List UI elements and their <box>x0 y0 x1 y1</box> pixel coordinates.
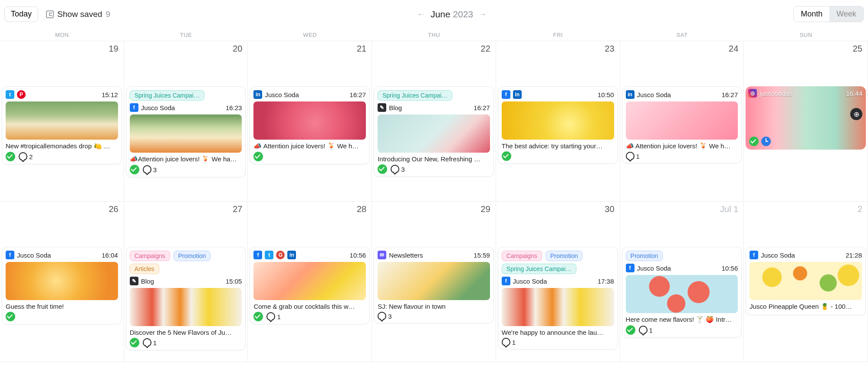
post-caption: 📣 Attention juice lovers! 🍹 We h… <box>253 142 366 150</box>
day-cell-26[interactable]: 26 f Jusco Soda 16:04 Guess the fruit ti… <box>0 202 124 362</box>
day-number: 19 <box>108 44 118 54</box>
next-month-button[interactable]: → <box>478 9 487 19</box>
post-thumbnail <box>502 288 614 326</box>
post-card[interactable]: Promotion f Jusco Soda 10:56 Here come n… <box>622 247 742 338</box>
day-cell-19[interactable]: 19 t P 15:12 New #tropicallemonades drop… <box>0 41 124 202</box>
day-cell-jul2[interactable]: 2 f Jusco Soda 21:28 Jusco Pineapple Que… <box>744 202 868 362</box>
comment-icon <box>378 312 386 320</box>
post-card[interactable]: f in 10:50 The best advice: try starting… <box>498 86 618 164</box>
approved-icon <box>6 152 15 161</box>
dow-sat: SAT <box>620 30 744 41</box>
day-number: 23 <box>605 44 614 54</box>
day-cell-30[interactable]: 30 Campaigns Promotion Spring Juices Cam… <box>496 202 620 362</box>
comment-count[interactable]: 1 <box>626 152 640 160</box>
post-card[interactable]: f t G in 10:56 Come & grab our cocktails… <box>250 247 370 324</box>
post-thumbnail <box>130 114 242 153</box>
day-cell-28[interactable]: 28 f t G in 10:56 Come & grab our cockta… <box>248 202 372 362</box>
approved-icon <box>253 152 263 161</box>
day-number: 26 <box>108 204 118 214</box>
approved-icon <box>749 137 759 146</box>
facebook-icon: f <box>750 251 758 259</box>
post-card[interactable]: Campaigns Promotion Articles ✎ Blog 15:0… <box>126 247 246 350</box>
comment-count[interactable]: 1 <box>502 338 516 346</box>
day-number: 29 <box>481 204 490 214</box>
post-time: 10:50 <box>598 91 614 98</box>
post-card[interactable]: f Jusco Soda 21:28 Jusco Pineapple Queen… <box>746 247 866 315</box>
comment-icon <box>502 338 510 346</box>
post-caption: Jusco Pineapple Queen 🍍 - 100… <box>750 303 862 310</box>
view-month-button[interactable]: Month <box>794 7 829 22</box>
promotion-tag[interactable]: Promotion <box>546 251 583 261</box>
campaign-tag[interactable]: Campaigns <box>502 251 542 261</box>
add-variant-icon[interactable]: ⊕ <box>850 108 862 120</box>
post-time: 16:44 <box>846 90 862 97</box>
comment-count[interactable]: 2 <box>19 152 33 161</box>
post-time: 16:27 <box>350 91 366 98</box>
post-card[interactable]: f Jusco Soda 16:04 Guess the fruit time! <box>2 247 122 324</box>
comment-icon <box>639 326 648 334</box>
post-card[interactable]: ✉ Newsletters 15:59 SJ: New flavour in t… <box>374 247 494 324</box>
facebook-icon: f <box>6 251 14 259</box>
post-card[interactable]: in Jusco Soda 16:27 📣 Attention juice lo… <box>622 86 742 163</box>
day-cell-25[interactable]: 25 ◎ juscosodas 16:44 ⊕ <box>744 41 868 202</box>
comment-count[interactable]: 3 <box>143 165 157 174</box>
day-cell-jul1[interactable]: Jul 1 Promotion f Jusco Soda 10:56 Here … <box>620 202 744 362</box>
blog-icon: ✎ <box>378 103 386 112</box>
comment-count[interactable]: 3 <box>378 312 391 320</box>
comment-icon <box>143 165 151 174</box>
post-card[interactable]: t P 15:12 New #tropicallemonades drop 🍋 … <box>2 86 122 164</box>
comment-icon <box>266 312 275 321</box>
post-thumbnail <box>378 262 490 300</box>
campaign-tag[interactable]: Spring Juices Campai… <box>378 90 452 101</box>
day-number: 24 <box>729 44 738 54</box>
post-card[interactable]: Spring Juices Campai… f Jusco Soda 16:23… <box>126 86 246 177</box>
articles-tag[interactable]: Articles <box>130 264 159 274</box>
post-card[interactable]: Spring Juices Campai… ✎ Blog 16:27 Intro… <box>374 86 494 177</box>
account-name: Jusco Soda <box>761 252 795 259</box>
today-button[interactable]: Today <box>4 7 38 22</box>
day-cell-21[interactable]: 21 in Jusco Soda 16:27 📣 Attention juice… <box>248 41 372 202</box>
day-cell-20[interactable]: 20 Spring Juices Campai… f Jusco Soda 16… <box>124 41 248 202</box>
comment-count[interactable]: 3 <box>391 165 404 173</box>
comment-count[interactable]: 1 <box>639 326 653 334</box>
view-week-button[interactable]: Week <box>829 7 863 22</box>
promotion-tag[interactable]: Promotion <box>174 251 211 261</box>
post-thumbnail <box>626 101 738 140</box>
post-card[interactable]: ◎ juscosodas 16:44 ⊕ <box>746 86 866 150</box>
day-cell-29[interactable]: 29 ✉ Newsletters 15:59 SJ: New flavour i… <box>372 202 496 362</box>
facebook-icon: f <box>253 251 262 259</box>
post-card[interactable]: Campaigns Promotion Spring Juices Campai… <box>498 247 618 350</box>
approved-icon <box>6 312 15 321</box>
post-card[interactable]: in Jusco Soda 16:27 📣 Attention juice lo… <box>250 86 370 164</box>
campaign-tag[interactable]: Spring Juices Campai… <box>502 264 576 274</box>
comment-count[interactable]: 1 <box>143 338 157 347</box>
day-cell-27[interactable]: 27 Campaigns Promotion Articles ✎ Blog 1… <box>124 202 248 362</box>
post-thumbnail <box>130 288 242 326</box>
month-label: June <box>431 9 450 19</box>
comment-count[interactable]: 1 <box>266 312 280 321</box>
day-cell-23[interactable]: 23 f in 10:50 The best advice: try start… <box>496 41 620 202</box>
approved-icon <box>502 151 511 161</box>
post-caption: We're happy to announce the lau… <box>502 329 614 336</box>
dow-thu: THU <box>372 30 496 41</box>
post-time: 16:23 <box>226 104 242 111</box>
facebook-icon: f <box>502 90 510 99</box>
day-number: 28 <box>357 204 366 214</box>
day-cell-22[interactable]: 22 Spring Juices Campai… ✎ Blog 16:27 In… <box>372 41 496 202</box>
campaign-tag[interactable]: Campaigns <box>130 251 170 261</box>
post-caption: Guess the fruit time! <box>6 303 118 310</box>
account-name: Blog <box>389 104 402 111</box>
prev-month-button[interactable]: ← <box>417 9 425 19</box>
post-thumbnail <box>502 101 614 140</box>
day-cell-24[interactable]: 24 in Jusco Soda 16:27 📣 Attention juice… <box>620 41 744 202</box>
campaign-tag[interactable]: Spring Juices Campai… <box>130 90 204 101</box>
show-saved-toggle[interactable]: Show saved 9 <box>46 10 110 19</box>
day-number: 27 <box>233 204 242 214</box>
approved-icon <box>130 338 139 347</box>
post-time: 16:04 <box>102 252 118 259</box>
account-name: Jusco Soda <box>513 278 547 285</box>
promotion-tag[interactable]: Promotion <box>626 251 663 261</box>
scheduled-icon <box>761 137 771 146</box>
calendar-grid: 19 t P 15:12 New #tropicallemonades drop… <box>0 41 868 362</box>
account-name: juscosodas <box>760 90 792 97</box>
